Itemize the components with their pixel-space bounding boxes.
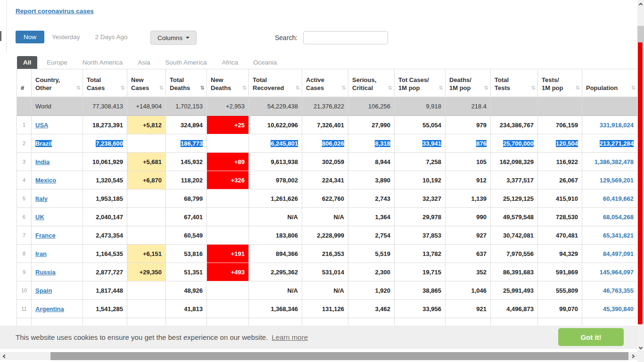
covid-table: #Country,Other⇅TotalCases⇅NewCases⇅Total… [17,69,638,326]
horizontal-scrollbar-thumb[interactable] [50,352,628,360]
continent-tab-europe[interactable]: Europe [41,56,73,69]
column-header-total-recovered[interactable]: TotalRecovered⇅ [249,69,302,97]
scroll-left-arrow-icon[interactable] [0,352,8,360]
continent-tabs: AllEuropeNorth AmericaAsiaSouth AmericaA… [17,56,286,69]
cell-population[interactable]: 145,964,097 [582,263,638,281]
search-label: Search: [275,34,297,41]
country-link-mexico[interactable]: Mexico [35,177,56,184]
country-link-france[interactable]: France [35,232,56,239]
country-link-uk[interactable]: UK [35,214,44,221]
columns-button[interactable]: Columns [150,31,197,45]
country-link-usa[interactable]: USA [35,122,48,129]
continent-tab-africa[interactable]: Africa [216,56,244,69]
scroll-up-arrow-icon[interactable] [637,0,644,8]
cookie-banner: This website uses cookies to ensure you … [0,326,637,349]
cell-deaths-1m: 637 [446,245,491,263]
cell-new-deaths: +25 [207,116,249,134]
vertical-scrollbar-thumb[interactable] [637,26,644,42]
world-row: World77,308,413+148,9041,702,153+2,95354… [17,97,638,116]
cell-population[interactable]: 213,271,284 [582,134,638,153]
cell-serious-critical: 2,743 [348,189,395,208]
cell-new-cases: +6,151 [127,245,166,263]
cell-total-tests: 49,579,548 [491,208,538,226]
column-header-deaths-1m-pop[interactable]: Deaths/1M pop⇅ [446,69,491,97]
cell-new-cases: +5,681 [127,153,166,171]
column-header-new-cases[interactable]: NewCases⇅ [127,69,166,97]
cell-total-recovered: 183,806 [249,226,302,245]
report-cases-link[interactable]: Report coronavirus cases [16,8,94,15]
cell-population[interactable]: 331,918,024 [582,116,638,134]
column-header-total-tests[interactable]: TotalTests⇅ [491,69,538,97]
cell-population[interactable]: 45,390,840 [582,300,638,318]
column-header-total-deaths[interactable]: TotalDeaths⇅ [166,69,207,97]
cell-total-tests: 25,700,000 [491,134,538,153]
country-row: 9Russia2,877,727+29,35051,351+4932,295,3… [17,263,638,281]
cell-total-recovered: 894,366 [249,245,302,263]
cell-cases-1m: 55,054 [395,116,446,134]
scroll-right-arrow-icon[interactable] [629,352,637,360]
column-header-: # [17,69,32,97]
cell-population[interactable]: 46,763,355 [582,281,638,300]
continent-tab-oceania[interactable]: Oceania [248,56,282,69]
cell-population[interactable]: 84,497,091 [582,245,638,263]
cell-total-recovered: 978,002 [249,171,302,189]
cell-total-deaths: 41,813 [166,300,207,318]
horizontal-scrollbar[interactable] [0,352,637,360]
cell-tests-1m: 591,869 [538,263,582,281]
cell-population[interactable]: 129,569,201 [582,171,638,189]
cell-total-tests: 162,098,329 [491,153,538,171]
column-header-tests-1m-pop[interactable]: Tests/1M pop⇅ [538,69,582,97]
cell-population [582,97,638,116]
cell-active-cases: 7,326,401 [302,116,348,134]
cell-cases-1m: 37,853 [395,226,446,245]
continent-tab-all[interactable]: All [17,56,37,69]
time-tab-yesterday[interactable]: Yesterday [44,31,88,43]
country-link-russia[interactable]: Russia [35,269,56,276]
country-link-spain[interactable]: Spain [35,287,52,294]
column-header-total-cases[interactable]: TotalCases⇅ [83,69,127,97]
sort-desc-icon: ⇅ [200,85,205,92]
learn-more-link[interactable]: Learn more [272,333,308,341]
column-header-serious-critical[interactable]: Serious,Critical⇅ [348,69,395,97]
frame-edge-line [6,0,7,53]
cell-total-recovered: 1,261,626 [249,189,302,208]
column-header-tot-cases-1m-pop[interactable]: Tot Cases/1M pop⇅ [395,69,446,97]
country-link-iran[interactable]: Iran [35,250,47,257]
cell-total-recovered: 1,368,346 [249,300,302,318]
country-link-argentina[interactable]: Argentina [35,305,64,313]
column-header-population[interactable]: Population⇅ [582,69,638,97]
search-input[interactable] [303,31,388,44]
cell-tests-1m: 120,504 [538,134,582,153]
cell-total-recovered: 2,295,362 [249,263,302,281]
country-link-italy[interactable]: Italy [35,195,48,202]
time-tab-2-days-ago[interactable]: 2 Days Ago [88,31,135,43]
continent-tab-asia[interactable]: Asia [132,56,156,69]
country-link-india[interactable]: India [35,158,50,165]
country-row: 2Brazil7,238,600186,7736,245,801806,0268… [17,134,638,153]
country-link-brazil[interactable]: Brazil [35,140,52,147]
column-header-new-deaths[interactable]: NewDeaths⇅ [207,69,249,97]
continent-tab-south-america[interactable]: South America [160,56,213,69]
time-tab-now[interactable]: Now [16,31,44,43]
caret-down-icon [186,37,190,39]
cell-new-deaths [207,281,249,300]
cell-total-tests: 7,970,556 [491,245,538,263]
cell-deaths-1m: 1,139 [446,189,491,208]
cell-total-deaths: 118,202 [166,171,207,189]
cell-population[interactable]: 1,386,382,478 [582,153,638,171]
column-header-active-cases[interactable]: ActiveCases⇅ [302,69,348,97]
country-row: 8Iran1,164,535+6,15153,816+191894,366216… [17,245,638,263]
cell-population[interactable]: 60,419,662 [582,189,638,208]
cell-new-cases: +5,812 [127,116,166,134]
sort-icon: ⇅ [296,85,300,92]
country-cell: Brazil [32,134,83,153]
cell-active-cases: N/A [302,208,348,226]
cell-population[interactable]: 65,341,821 [582,226,638,245]
column-header-country-other[interactable]: Country,Other⇅ [32,69,83,97]
cell-total-deaths: 48,926 [166,281,207,300]
rank-cell: 9 [17,263,32,281]
cookie-accept-button[interactable]: Got it! [558,328,624,346]
scroll-down-arrow-icon[interactable] [637,344,644,352]
cell-population[interactable]: 68,054,268 [582,208,638,226]
continent-tab-north-america[interactable]: North America [77,56,129,69]
